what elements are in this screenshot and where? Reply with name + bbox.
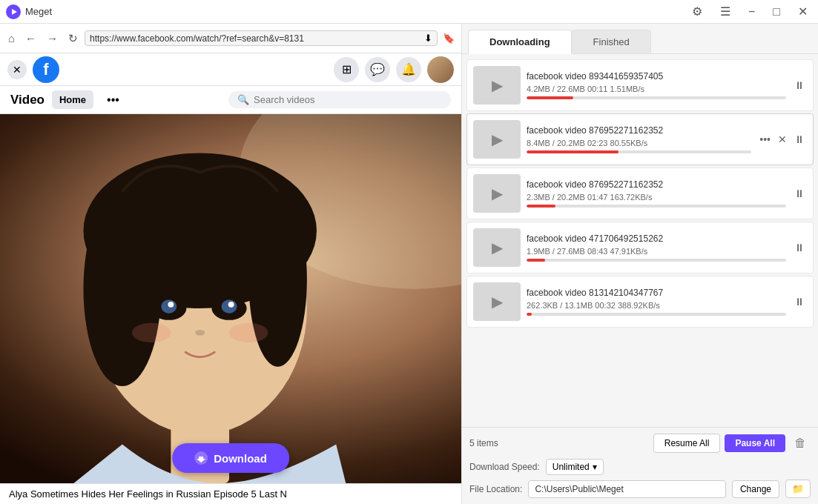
footer-buttons: Resume All Pause All 🗑 [653, 434, 811, 453]
browser-toolbar: ⌂ ← → ↻ ⬇ 🔖 [0, 24, 461, 53]
menu-button[interactable]: ☰ [716, 3, 735, 20]
item-thumbnail-1: ▶ [473, 66, 521, 105]
item-title-2: facebook video 876952271162352 [527, 125, 751, 136]
item-progress-bar-2 [527, 150, 619, 153]
svg-point-16 [229, 323, 268, 342]
video-thumbnail [0, 114, 461, 483]
titlebar: Meget ⚙ ☰ − □ ✕ [0, 0, 818, 24]
item-close-button-2[interactable]: ✕ [776, 131, 789, 147]
item-progress-bar-4 [527, 259, 545, 262]
item-info-3: facebook video 876952271162352 2.3MB / 2… [527, 179, 786, 208]
item-meta-1: 4.2MB / 22.6MB 00:11 1.51MB/s [527, 84, 786, 93]
download-pane: Downloading Finished ▶ facebook video 89… [462, 24, 818, 504]
maximize-button[interactable]: □ [768, 3, 785, 20]
svg-point-14 [195, 330, 205, 336]
item-menu-button-2[interactable]: ••• [757, 131, 773, 147]
footer-row1: 5 items Resume All Pause All 🗑 [469, 434, 811, 453]
play-icon-4: ▶ [492, 239, 503, 256]
settings-button[interactable]: ⚙ [687, 3, 707, 20]
search-icon: 🔍 [237, 94, 249, 105]
fb-grid-button[interactable]: ⊞ [334, 57, 359, 82]
download-item-4: ▶ facebook video 471706492515262 1.9MB /… [466, 222, 814, 273]
footer-row3: File Location: Change 📁 [469, 480, 811, 498]
video-title: Alya Sometimes Hides Her Feelings in Rus… [0, 483, 461, 504]
speed-label: Download Speed: [469, 462, 540, 472]
item-info-1: facebook video 893441659357405 4.2MB / 2… [527, 71, 786, 99]
play-icon-5: ▶ [492, 293, 503, 311]
browser-pane: ⌂ ← → ↻ ⬇ 🔖 ✕ f ⊞ 💬 🔔 Video Home [0, 24, 462, 504]
video-area: Download [0, 114, 461, 483]
vidnav-search: 🔍 [228, 91, 451, 108]
item-title-1: facebook video 893441659357405 [527, 71, 786, 82]
item-thumbnail-4: ▶ [473, 228, 521, 267]
item-title-3: facebook video 876952271162352 [527, 179, 786, 190]
download-item-1: ▶ facebook video 893441659357405 4.2MB /… [466, 59, 814, 111]
url-input[interactable] [90, 33, 421, 44]
app-title: Meget [25, 6, 687, 17]
fb-header: ✕ f ⊞ 💬 🔔 [0, 53, 461, 86]
item-actions-2: ••• ✕ ⏸ [757, 131, 807, 147]
download-list: ▶ facebook video 893441659357405 4.2MB /… [462, 54, 818, 427]
location-input[interactable] [528, 480, 726, 498]
item-thumbnail-5: ▶ [473, 282, 521, 321]
download-item-5: ▶ facebook video 813142104347767 262.3KB… [466, 276, 814, 328]
item-meta-3: 2.3MB / 20.2MB 01:47 163.72KB/s [527, 193, 786, 202]
forward-button[interactable]: → [43, 29, 62, 47]
download-tabs: Downloading Finished [462, 24, 818, 54]
svg-point-13 [228, 302, 234, 308]
item-actions-1: ⏸ [792, 77, 807, 93]
item-pause-button-4[interactable]: ⏸ [792, 239, 807, 256]
resume-all-button[interactable]: Resume All [653, 434, 721, 453]
tab-downloading[interactable]: Downloading [468, 30, 572, 54]
item-actions-3: ⏸ [792, 185, 807, 202]
download-btn-label: Download [214, 452, 267, 465]
items-count: 5 items [469, 438, 498, 448]
vidnav-home-button[interactable]: Home [52, 90, 93, 109]
item-info-5: facebook video 813142104347767 262.3KB /… [527, 288, 786, 316]
vidnav-more-button[interactable]: ••• [101, 90, 125, 110]
speed-select[interactable]: Unlimited ▾ [546, 459, 604, 475]
extension-button[interactable]: 🔖 [441, 30, 457, 46]
item-pause-button-3[interactable]: ⏸ [792, 185, 807, 202]
fb-vidnav: Video Home ••• 🔍 [0, 86, 461, 114]
fb-close-button[interactable]: ✕ [7, 60, 27, 79]
delete-button[interactable]: 🗑 [790, 434, 811, 452]
bookmark-button[interactable]: ⬇ [424, 33, 432, 44]
tab-finished[interactable]: Finished [572, 30, 651, 53]
item-pause-button-1[interactable]: ⏸ [792, 77, 807, 93]
download-button[interactable]: Download [172, 443, 289, 473]
window-controls: ⚙ ☰ − □ ✕ [687, 3, 812, 20]
vidnav-search-input[interactable] [254, 94, 442, 105]
item-progress-bar-3 [527, 205, 555, 208]
fb-messenger-button[interactable]: 💬 [365, 57, 390, 82]
item-info-2: facebook video 876952271162352 8.4MB / 2… [527, 125, 751, 153]
item-progress-4 [527, 259, 786, 262]
item-progress-5 [527, 313, 786, 316]
minimize-button[interactable]: − [744, 3, 759, 20]
vidnav-title: Video [10, 93, 44, 107]
fb-logo: f [33, 56, 59, 83]
item-progress-3 [527, 205, 786, 208]
close-button[interactable]: ✕ [794, 3, 812, 20]
item-thumbnail-3: ▶ [473, 174, 521, 213]
change-button[interactable]: Change [732, 480, 779, 498]
refresh-button[interactable]: ↻ [65, 29, 82, 48]
item-pause-button-5[interactable]: ⏸ [792, 294, 807, 310]
download-item-3: ▶ facebook video 876952271162352 2.3MB /… [466, 168, 814, 219]
item-actions-5: ⏸ [792, 294, 807, 310]
item-progress-bar-5 [527, 313, 532, 316]
fb-bell-button[interactable]: 🔔 [396, 57, 421, 82]
item-progress-1 [527, 96, 786, 99]
home-button[interactable]: ⌂ [4, 29, 19, 47]
speed-value: Unlimited [553, 462, 590, 472]
item-title-5: facebook video 813142104347767 [527, 288, 786, 298]
pause-all-button[interactable]: Pause All [725, 434, 785, 452]
fb-avatar[interactable] [427, 56, 454, 83]
play-icon-2: ▶ [492, 130, 503, 148]
item-pause-button-2[interactable]: ⏸ [792, 131, 807, 147]
back-button[interactable]: ← [22, 29, 40, 47]
item-progress-2 [527, 150, 751, 153]
item-meta-4: 1.9MB / 27.6MB 08:43 47.91KB/s [527, 247, 786, 256]
folder-button[interactable]: 📁 [785, 480, 811, 498]
item-meta-2: 8.4MB / 20.2MB 02:23 80.55KB/s [527, 139, 751, 147]
